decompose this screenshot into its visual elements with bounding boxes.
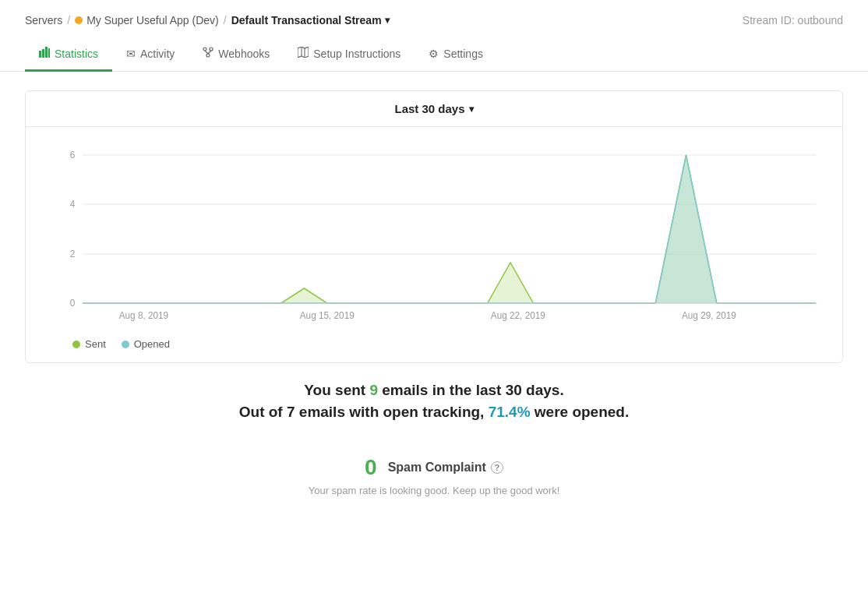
breadcrumb-sep-2: / [224, 14, 227, 26]
tab-settings-label: Settings [443, 48, 483, 60]
stats-suffix-2: were opened. [531, 404, 630, 420]
tab-settings[interactable]: ⚙ Settings [415, 40, 497, 72]
main-content: Last 30 days 6 4 2 0 [0, 72, 868, 540]
help-icon[interactable]: ? [491, 461, 503, 474]
chart-card: Last 30 days 6 4 2 0 [25, 90, 843, 363]
svg-rect-2 [45, 47, 48, 58]
stats-open-rate: 71.4% [489, 404, 531, 420]
svg-text:6: 6 [70, 150, 76, 161]
svg-text:4: 4 [70, 199, 76, 210]
tab-statistics-label: Statistics [55, 48, 98, 60]
chart-header: Last 30 days [26, 91, 842, 127]
map-icon [298, 47, 309, 60]
svg-marker-21 [83, 155, 816, 303]
svg-line-8 [208, 51, 211, 54]
tabs-nav: Statistics ✉ Activity Webhooks Setup Ins… [0, 39, 868, 72]
breadcrumb: Servers / My Super Useful App (Dev) / De… [0, 0, 868, 26]
stats-prefix-1: You sent [304, 382, 369, 398]
stream-id-label: Stream ID: outbound [743, 14, 843, 26]
tab-setup-instructions-label: Setup Instructions [313, 48, 400, 60]
tab-webhooks-label: Webhooks [218, 48, 270, 60]
stats-suffix-1: emails in the last 30 days. [378, 382, 564, 398]
svg-point-6 [206, 54, 210, 57]
spam-row: 0 Spam Complaint ? [365, 455, 503, 480]
spam-description: Your spam rate is looking good. Keep up … [309, 485, 560, 496]
app-link[interactable]: My Super Useful App (Dev) [75, 14, 219, 26]
tab-statistics[interactable]: Statistics [25, 39, 112, 72]
time-range-button[interactable]: Last 30 days [394, 102, 473, 115]
svg-text:Aug 29, 2019: Aug 29, 2019 [682, 310, 736, 321]
servers-link[interactable]: Servers [25, 14, 62, 26]
svg-rect-3 [48, 48, 50, 58]
stats-sent-count: 9 [369, 382, 378, 398]
svg-text:0: 0 [70, 298, 76, 309]
branch-icon [203, 47, 213, 60]
stats-prefix-2: Out of 7 emails with open tracking, [239, 404, 489, 420]
spam-section: 0 Spam Complaint ? Your spam rate is loo… [25, 443, 843, 521]
svg-text:Aug 15, 2019: Aug 15, 2019 [300, 310, 355, 321]
gear-icon: ⚙ [429, 48, 439, 60]
opened-dot [122, 341, 129, 348]
app-status-dot [75, 16, 83, 24]
chart-area: 6 4 2 0 Aug 8, 2019 Aug 15, 2019 [26, 127, 842, 335]
legend-opened: Opened [122, 338, 170, 350]
spam-info: Spam Complaint ? [388, 461, 503, 475]
tab-activity-label: Activity [140, 48, 175, 60]
svg-text:2: 2 [70, 249, 76, 259]
opened-label: Opened [134, 338, 170, 350]
svg-point-4 [203, 48, 206, 51]
svg-rect-1 [42, 49, 44, 58]
tab-setup-instructions[interactable]: Setup Instructions [284, 39, 415, 72]
sent-label: Sent [85, 338, 106, 350]
bar-chart-icon [39, 47, 50, 60]
svg-line-7 [205, 51, 208, 54]
envelope-icon: ✉ [126, 48, 136, 60]
sent-dot [72, 341, 80, 348]
chart-svg: 6 4 2 0 Aug 8, 2019 Aug 15, 2019 [44, 139, 824, 327]
breadcrumb-sep-1: / [67, 14, 70, 26]
chart-legend: Sent Opened [26, 335, 842, 362]
stats-line-2: Out of 7 emails with open tracking, 71.4… [25, 404, 843, 421]
svg-text:Aug 8, 2019: Aug 8, 2019 [119, 310, 169, 321]
stats-text: You sent 9 emails in the last 30 days. O… [25, 382, 843, 421]
svg-point-5 [210, 48, 213, 51]
spam-label-row: Spam Complaint ? [388, 461, 503, 475]
tab-activity[interactable]: ✉ Activity [112, 40, 189, 72]
svg-marker-9 [298, 47, 309, 58]
stats-line-1: You sent 9 emails in the last 30 days. [25, 382, 843, 399]
spam-count: 0 [365, 455, 377, 480]
svg-text:Aug 22, 2019: Aug 22, 2019 [491, 310, 545, 321]
svg-rect-0 [39, 51, 41, 58]
spam-label: Spam Complaint [388, 461, 486, 475]
stream-dropdown-button[interactable]: Default Transactional Stream [231, 14, 390, 26]
tab-webhooks[interactable]: Webhooks [189, 39, 284, 72]
app-name[interactable]: My Super Useful App (Dev) [86, 14, 219, 26]
legend-sent: Sent [72, 338, 106, 350]
